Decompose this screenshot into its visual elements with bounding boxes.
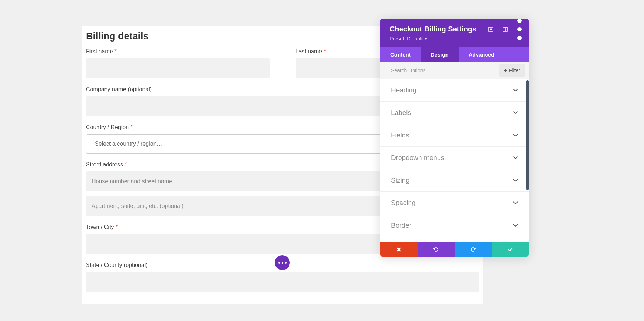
state-input[interactable]: [86, 272, 479, 292]
section-label: Fields: [391, 131, 409, 139]
first-name-label-text: First name: [86, 48, 113, 54]
section-sizing[interactable]: Sizing: [380, 169, 529, 192]
tab-advanced[interactable]: Advanced: [459, 47, 504, 62]
plus-icon: +: [504, 68, 507, 73]
redo-button[interactable]: [455, 242, 492, 257]
chevron-down-icon: [513, 223, 518, 228]
settings-panel: Checkout Billing Settings Preset: Defaul…: [380, 19, 529, 257]
expand-icon[interactable]: [488, 26, 494, 32]
more-icon[interactable]: [517, 26, 522, 32]
chevron-down-icon: [513, 200, 518, 205]
svg-point-6: [517, 36, 522, 40]
filter-label: Filter: [509, 68, 520, 73]
preset-label: Preset: Default: [390, 36, 423, 42]
search-row: + Filter: [380, 62, 529, 79]
section-border[interactable]: Border: [380, 214, 529, 237]
preset-dropdown[interactable]: Preset: Default: [390, 36, 427, 42]
cancel-button[interactable]: [380, 242, 418, 257]
section-heading[interactable]: Heading: [380, 79, 529, 102]
country-label-text: Country / Region: [86, 124, 129, 130]
svg-point-5: [517, 27, 522, 31]
chevron-down-icon: [513, 178, 518, 183]
chevron-down-icon: [513, 133, 518, 138]
section-label: Labels: [391, 109, 411, 117]
filter-button[interactable]: + Filter: [499, 64, 525, 77]
country-placeholder: Select a country / region…: [95, 141, 162, 147]
panel-header: Checkout Billing Settings Preset: Defaul…: [380, 19, 529, 47]
header-icons: [488, 26, 522, 32]
columns-icon[interactable]: [502, 26, 508, 32]
sections-list: Heading Labels Fields Dropdown menus Siz…: [380, 79, 529, 242]
dots-icon: [285, 262, 287, 264]
section-labels[interactable]: Labels: [380, 102, 529, 124]
tab-design[interactable]: Design: [421, 47, 459, 62]
tab-content[interactable]: Content: [380, 47, 421, 62]
dots-icon: [278, 262, 280, 264]
section-label: Heading: [391, 86, 416, 94]
chevron-down-icon: [513, 110, 518, 115]
dots-icon: [282, 262, 283, 264]
panel-footer: [380, 242, 529, 257]
section-fields[interactable]: Fields: [380, 124, 529, 147]
section-label: Dropdown menus: [391, 154, 444, 162]
search-input[interactable]: [380, 63, 499, 78]
required-star: *: [324, 48, 326, 54]
street-label-text: Street address: [86, 161, 123, 167]
svg-point-1: [490, 29, 492, 30]
confirm-button[interactable]: [492, 242, 529, 257]
city-label-text: Town / City: [86, 224, 114, 230]
svg-point-4: [517, 19, 522, 23]
panel-tabs: Content Design Advanced: [380, 47, 529, 62]
first-name-group: First name *: [86, 48, 270, 78]
first-name-label: First name *: [86, 48, 270, 55]
floating-action-button[interactable]: [275, 255, 290, 270]
caret-down-icon: [424, 38, 427, 40]
section-spacing[interactable]: Spacing: [380, 192, 529, 214]
section-dropdown-menus[interactable]: Dropdown menus: [380, 147, 529, 169]
required-star: *: [125, 161, 127, 167]
required-star: *: [114, 48, 117, 54]
required-star: *: [116, 224, 118, 230]
chevron-down-icon: [513, 88, 518, 93]
section-label: Border: [391, 222, 411, 229]
chevron-down-icon: [513, 155, 518, 160]
last-name-label-text: Last name: [296, 48, 322, 54]
first-name-input[interactable]: [86, 58, 270, 78]
required-star: *: [131, 124, 133, 130]
undo-button[interactable]: [418, 242, 455, 257]
section-label: Sizing: [391, 176, 410, 184]
scrollbar[interactable]: [526, 80, 529, 190]
section-label: Spacing: [391, 199, 416, 207]
